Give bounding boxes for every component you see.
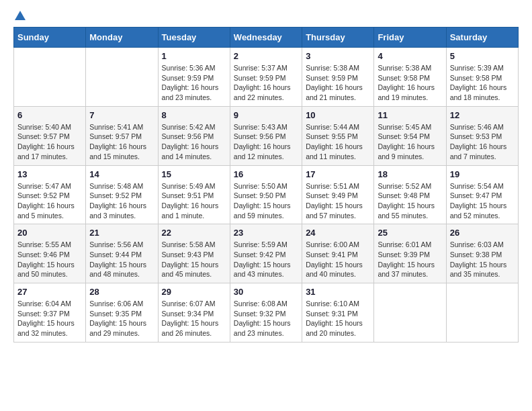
weekday-row: SundayMondayTuesdayWednesdayThursdayFrid… [14, 28, 519, 48]
calendar-day-cell: 6Sunrise: 5:40 AM Sunset: 9:57 PM Daylig… [14, 106, 86, 165]
calendar-day-cell: 21Sunrise: 5:56 AM Sunset: 9:44 PM Dayli… [86, 224, 158, 283]
calendar-week-row: 20Sunrise: 5:55 AM Sunset: 9:46 PM Dayli… [14, 224, 519, 283]
day-info: Sunrise: 5:40 AM Sunset: 9:57 PM Dayligh… [17, 122, 82, 162]
day-number: 7 [89, 110, 154, 120]
calendar-day-cell: 31Sunrise: 6:10 AM Sunset: 9:31 PM Dayli… [302, 283, 374, 342]
day-number: 10 [306, 110, 370, 120]
day-number: 5 [450, 51, 515, 61]
calendar-day-cell: 24Sunrise: 6:00 AM Sunset: 9:41 PM Dayli… [302, 224, 374, 283]
calendar-day-cell: 30Sunrise: 6:08 AM Sunset: 9:32 PM Dayli… [230, 283, 302, 342]
calendar-day-cell: 14Sunrise: 5:48 AM Sunset: 9:52 PM Dayli… [86, 165, 158, 224]
day-number: 12 [450, 110, 515, 120]
day-number: 1 [162, 51, 226, 61]
day-info: Sunrise: 5:42 AM Sunset: 9:56 PM Dayligh… [162, 122, 226, 162]
weekday-header: Monday [86, 28, 158, 48]
calendar-week-row: 27Sunrise: 6:04 AM Sunset: 9:37 PM Dayli… [14, 283, 519, 342]
page-header [13, 13, 519, 20]
calendar-day-cell: 17Sunrise: 5:51 AM Sunset: 9:49 PM Dayli… [302, 165, 374, 224]
day-number: 19 [450, 169, 515, 179]
day-number: 30 [234, 287, 298, 297]
day-info: Sunrise: 5:48 AM Sunset: 9:52 PM Dayligh… [89, 181, 154, 221]
day-number: 27 [17, 287, 82, 297]
calendar-body: 1Sunrise: 5:36 AM Sunset: 9:59 PM Daylig… [14, 48, 519, 342]
calendar-day-cell [86, 48, 158, 107]
day-number: 22 [162, 228, 226, 238]
day-number: 16 [234, 169, 298, 179]
weekday-header: Saturday [446, 28, 518, 48]
day-info: Sunrise: 5:38 AM Sunset: 9:58 PM Dayligh… [378, 63, 442, 103]
day-info: Sunrise: 5:49 AM Sunset: 9:51 PM Dayligh… [162, 181, 226, 221]
weekday-header: Tuesday [158, 28, 230, 48]
day-number: 29 [162, 287, 226, 297]
svg-marker-0 [15, 11, 26, 20]
calendar-day-cell: 12Sunrise: 5:46 AM Sunset: 9:53 PM Dayli… [446, 106, 518, 165]
calendar-header: SundayMondayTuesdayWednesdayThursdayFrid… [14, 28, 519, 48]
day-info: Sunrise: 6:10 AM Sunset: 9:31 PM Dayligh… [306, 299, 370, 338]
calendar-day-cell: 3Sunrise: 5:38 AM Sunset: 9:59 PM Daylig… [302, 48, 374, 107]
day-info: Sunrise: 5:36 AM Sunset: 9:59 PM Dayligh… [162, 63, 226, 103]
calendar-day-cell: 27Sunrise: 6:04 AM Sunset: 9:37 PM Dayli… [14, 283, 86, 342]
calendar-week-row: 1Sunrise: 5:36 AM Sunset: 9:59 PM Daylig… [14, 48, 519, 107]
day-number: 3 [306, 51, 370, 61]
calendar-day-cell: 4Sunrise: 5:38 AM Sunset: 9:58 PM Daylig… [374, 48, 446, 107]
calendar-week-row: 6Sunrise: 5:40 AM Sunset: 9:57 PM Daylig… [14, 106, 519, 165]
calendar-day-cell: 5Sunrise: 5:39 AM Sunset: 9:58 PM Daylig… [446, 48, 518, 107]
day-info: Sunrise: 5:37 AM Sunset: 9:59 PM Dayligh… [234, 63, 298, 103]
day-info: Sunrise: 5:52 AM Sunset: 9:48 PM Dayligh… [378, 181, 442, 221]
calendar-day-cell: 7Sunrise: 5:41 AM Sunset: 9:57 PM Daylig… [86, 106, 158, 165]
day-info: Sunrise: 5:54 AM Sunset: 9:47 PM Dayligh… [450, 181, 515, 221]
day-info: Sunrise: 5:45 AM Sunset: 9:54 PM Dayligh… [378, 122, 442, 162]
day-number: 28 [89, 287, 154, 297]
calendar-day-cell [446, 283, 518, 342]
day-info: Sunrise: 5:58 AM Sunset: 9:43 PM Dayligh… [162, 240, 226, 279]
day-number: 11 [378, 110, 442, 120]
day-number: 14 [89, 169, 154, 179]
day-number: 25 [378, 228, 442, 238]
day-number: 31 [306, 287, 370, 297]
day-number: 20 [17, 228, 82, 238]
logo-general [13, 13, 26, 20]
calendar-day-cell: 1Sunrise: 5:36 AM Sunset: 9:59 PM Daylig… [158, 48, 230, 107]
day-info: Sunrise: 6:06 AM Sunset: 9:35 PM Dayligh… [89, 299, 154, 338]
calendar-day-cell: 15Sunrise: 5:49 AM Sunset: 9:51 PM Dayli… [158, 165, 230, 224]
calendar-day-cell: 2Sunrise: 5:37 AM Sunset: 9:59 PM Daylig… [230, 48, 302, 107]
calendar-day-cell: 13Sunrise: 5:47 AM Sunset: 9:52 PM Dayli… [14, 165, 86, 224]
day-info: Sunrise: 5:47 AM Sunset: 9:52 PM Dayligh… [17, 181, 82, 221]
weekday-header: Thursday [302, 28, 374, 48]
day-number: 4 [378, 51, 442, 61]
weekday-header: Friday [374, 28, 446, 48]
day-info: Sunrise: 5:55 AM Sunset: 9:46 PM Dayligh… [17, 240, 82, 279]
calendar-day-cell: 10Sunrise: 5:44 AM Sunset: 9:55 PM Dayli… [302, 106, 374, 165]
calendar-day-cell: 16Sunrise: 5:50 AM Sunset: 9:50 PM Dayli… [230, 165, 302, 224]
calendar-day-cell: 25Sunrise: 6:01 AM Sunset: 9:39 PM Dayli… [374, 224, 446, 283]
day-number: 15 [162, 169, 226, 179]
day-info: Sunrise: 5:38 AM Sunset: 9:59 PM Dayligh… [306, 63, 370, 103]
calendar-day-cell: 23Sunrise: 5:59 AM Sunset: 9:42 PM Dayli… [230, 224, 302, 283]
logo-triangle-icon [15, 11, 26, 20]
day-info: Sunrise: 5:46 AM Sunset: 9:53 PM Dayligh… [450, 122, 515, 162]
day-info: Sunrise: 6:03 AM Sunset: 9:38 PM Dayligh… [450, 240, 515, 279]
calendar-day-cell: 19Sunrise: 5:54 AM Sunset: 9:47 PM Dayli… [446, 165, 518, 224]
calendar-day-cell: 18Sunrise: 5:52 AM Sunset: 9:48 PM Dayli… [374, 165, 446, 224]
day-number: 13 [17, 169, 82, 179]
logo [13, 13, 26, 20]
day-info: Sunrise: 5:43 AM Sunset: 9:56 PM Dayligh… [234, 122, 298, 162]
calendar-day-cell [374, 283, 446, 342]
day-number: 6 [17, 110, 82, 120]
weekday-header: Sunday [14, 28, 86, 48]
calendar-day-cell: 22Sunrise: 5:58 AM Sunset: 9:43 PM Dayli… [158, 224, 230, 283]
calendar-table: SundayMondayTuesdayWednesdayThursdayFrid… [13, 27, 519, 342]
day-number: 21 [89, 228, 154, 238]
day-info: Sunrise: 6:01 AM Sunset: 9:39 PM Dayligh… [378, 240, 442, 279]
day-info: Sunrise: 5:56 AM Sunset: 9:44 PM Dayligh… [89, 240, 154, 279]
calendar-day-cell: 28Sunrise: 6:06 AM Sunset: 9:35 PM Dayli… [86, 283, 158, 342]
day-number: 23 [234, 228, 298, 238]
day-info: Sunrise: 6:08 AM Sunset: 9:32 PM Dayligh… [234, 299, 298, 338]
day-info: Sunrise: 6:00 AM Sunset: 9:41 PM Dayligh… [306, 240, 370, 279]
calendar-day-cell: 20Sunrise: 5:55 AM Sunset: 9:46 PM Dayli… [14, 224, 86, 283]
calendar-day-cell: 8Sunrise: 5:42 AM Sunset: 9:56 PM Daylig… [158, 106, 230, 165]
day-info: Sunrise: 5:50 AM Sunset: 9:50 PM Dayligh… [234, 181, 298, 221]
day-info: Sunrise: 5:51 AM Sunset: 9:49 PM Dayligh… [306, 181, 370, 221]
calendar-day-cell: 26Sunrise: 6:03 AM Sunset: 9:38 PM Dayli… [446, 224, 518, 283]
calendar-day-cell: 9Sunrise: 5:43 AM Sunset: 9:56 PM Daylig… [230, 106, 302, 165]
